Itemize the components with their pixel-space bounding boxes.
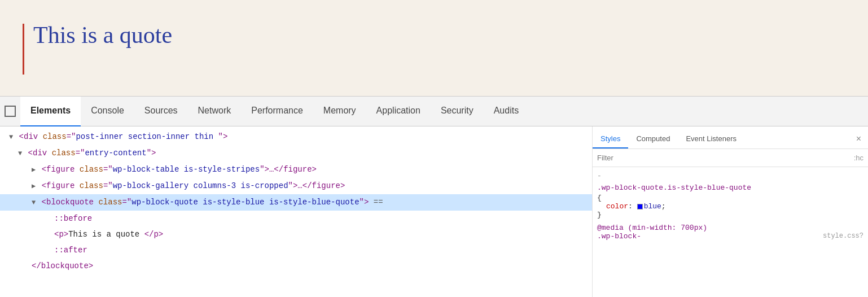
tab-application[interactable]: Application xyxy=(366,97,431,126)
preview-area: This is a quote xyxy=(0,0,868,96)
blockquote-text: This is a quote xyxy=(33,21,172,49)
css-property-name: color xyxy=(606,202,628,211)
styles-sub-tab-bar: Styles Computed Event Listeners × xyxy=(593,126,868,149)
tab-audits[interactable]: Audits xyxy=(484,97,529,126)
tab-performance[interactable]: Performance xyxy=(241,97,313,126)
devtools-panel: Elements Console Sources Network Perform… xyxy=(0,96,868,297)
triangle-icon[interactable]: ▼ xyxy=(32,199,36,207)
sub-tab-event-listeners[interactable]: Event Listeners xyxy=(678,134,744,148)
dom-line-selected[interactable]: ▼ <blockquote class="wp-block-quote is-s… xyxy=(0,194,592,211)
blockquote-bar xyxy=(23,24,24,75)
sub-selector: .wp-block- xyxy=(597,232,641,241)
main-content: ▼ <div class="post-inner section-inner t… xyxy=(0,126,868,297)
tab-sources[interactable]: Sources xyxy=(134,97,188,126)
dom-panel: ▼ <div class="post-inner section-inner t… xyxy=(0,126,593,297)
dom-line-p[interactable]: <p>This is a quote </p> xyxy=(0,226,592,242)
triangle-collapsed-icon[interactable]: ▶ xyxy=(32,166,36,174)
triangle-icon[interactable]: ▼ xyxy=(9,133,13,141)
filter-row: :hc xyxy=(593,149,868,167)
sub-tab-styles[interactable]: Styles xyxy=(593,134,628,148)
tab-memory[interactable]: Memory xyxy=(313,97,366,126)
css-open-brace: { xyxy=(597,194,863,202)
css-rules: - .wp-block-quote.is-style-blue-quote { … xyxy=(593,167,868,297)
tab-security[interactable]: Security xyxy=(431,97,484,126)
media-query: @media (min-width: 700px) xyxy=(597,224,863,232)
css-property-value[interactable]: blue xyxy=(644,202,661,211)
triangle-collapsed-icon[interactable]: ▶ xyxy=(32,182,36,190)
styles-panel: Styles Computed Event Listeners × :hc - xyxy=(593,126,868,297)
triangle-icon[interactable]: ▼ xyxy=(18,150,22,158)
tab-console[interactable]: Console xyxy=(81,97,134,126)
dom-line[interactable]: ▶ <figure class="wp-block-table is-style… xyxy=(0,161,592,178)
devtools-icon xyxy=(5,106,16,117)
tab-network[interactable]: Network xyxy=(188,97,242,126)
close-sub-tab-icon[interactable]: × xyxy=(849,134,868,148)
dom-line[interactable]: ▶ <figure class="wp-block-gallery column… xyxy=(0,178,592,194)
blockquote-preview: This is a quote xyxy=(23,21,172,75)
sub-tab-computed[interactable]: Computed xyxy=(628,134,678,148)
css-close-brace: } xyxy=(597,211,863,219)
dom-line[interactable]: ▼ <div class="entry-content"> xyxy=(0,145,592,161)
dom-line[interactable]: ▼ <div class="post-inner section-inner t… xyxy=(0,129,592,145)
dom-line-pseudo-before[interactable]: ::before xyxy=(0,211,592,226)
css-media-block: @media (min-width: 700px) .wp-block- sty… xyxy=(597,224,863,241)
css-selector[interactable]: .wp-block-quote.is-style-blue-quote xyxy=(597,182,863,194)
css-rule-block: .wp-block-quote.is-style-blue-quote { co… xyxy=(597,182,863,219)
color-swatch-icon[interactable] xyxy=(637,204,643,209)
dash-line: - xyxy=(597,172,863,180)
tab-elements[interactable]: Elements xyxy=(20,97,81,126)
devtools-tab-bar: Elements Console Sources Network Perform… xyxy=(0,97,868,126)
dom-line-close[interactable]: </blockquote> xyxy=(0,258,592,274)
dom-line-pseudo-after[interactable]: ::after xyxy=(0,242,592,258)
source-link[interactable]: style.css? xyxy=(823,232,863,241)
css-property-line: color: blue; xyxy=(597,202,863,211)
filter-hint: :hc xyxy=(854,154,863,162)
filter-input[interactable] xyxy=(597,154,854,162)
